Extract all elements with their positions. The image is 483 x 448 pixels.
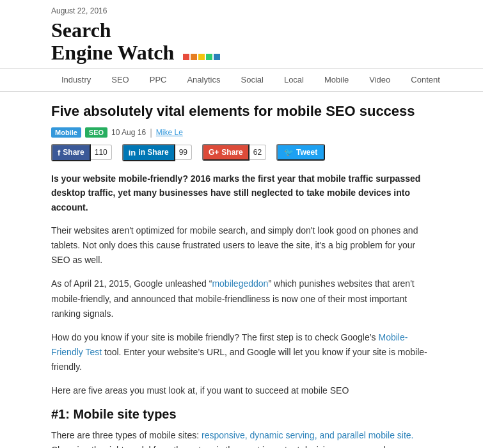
nav-item-ppc[interactable]: PPC	[139, 68, 177, 91]
nav-item-local[interactable]: Local	[274, 68, 314, 91]
linkedin-share-button[interactable]: in in Share	[122, 144, 175, 161]
social-share-row: f Share 110 in in Share 99 G+ Share 62	[51, 144, 432, 161]
separator: |	[150, 127, 152, 138]
tweet-button[interactable]: 🐦 Tweet	[276, 144, 325, 161]
article-paragraph-4: Here are five areas you must look at, if…	[51, 383, 432, 398]
mobile-site-types-link[interactable]: responsive, dynamic serving, and paralle…	[202, 430, 414, 440]
tweet-label: Tweet	[296, 148, 317, 157]
nav-item-content[interactable]: Content	[400, 68, 450, 91]
article-paragraph-5: There are three types of mobile sites: r…	[51, 428, 432, 448]
linkedin-share-count: 99	[175, 145, 192, 160]
article-paragraph-2: As of April 21, 2015, Google unleashed “…	[51, 276, 432, 321]
site-logo: Search Engine Watch	[51, 19, 174, 64]
linkedin-icon: in	[129, 148, 136, 157]
author-link[interactable]: Mike Le	[156, 128, 183, 137]
nav-item-industry[interactable]: Industry	[51, 68, 101, 91]
article-lead-paragraph: Is your website mobile-friendly? 2016 ma…	[51, 172, 432, 214]
in-share-group: in in Share 99	[122, 144, 192, 161]
fb-share-label: Share	[63, 148, 84, 157]
article-paragraph-1: Their websites aren't optimized for mobi…	[51, 223, 432, 268]
article-date: August 22, 2016	[51, 6, 432, 15]
gplus-share-label: Share	[221, 148, 242, 157]
fb-share-button[interactable]: f Share	[51, 144, 91, 161]
nav-item-seo[interactable]: SEO	[101, 68, 139, 91]
gplus-share-count: 62	[249, 145, 266, 160]
nav-item-video[interactable]: Video	[359, 68, 400, 91]
logo-color-squares	[183, 54, 220, 60]
fb-share-count: 110	[91, 145, 112, 160]
tweet-group: 🐦 Tweet	[276, 144, 325, 161]
tag-mobile: Mobile	[51, 127, 81, 138]
fb-icon: f	[58, 148, 60, 157]
linkedin-share-label: in Share	[138, 148, 168, 157]
twitter-icon: 🐦	[284, 148, 294, 157]
article-title: Five absolutely vital elements for mobil…	[51, 102, 432, 121]
tag-seo: SEO	[85, 127, 107, 138]
fb-share-group: f Share 110	[51, 144, 112, 161]
tags-row: Mobile SEO 10 Aug 16 | Mike Le	[51, 127, 432, 138]
nav-item-social[interactable]: Social	[230, 68, 273, 91]
gplus-share-button[interactable]: G+ Share	[202, 144, 249, 161]
section-1-heading: #1: Mobile site types	[51, 407, 432, 422]
mobilegeddon-link[interactable]: mobilegeddon	[212, 278, 268, 289]
gplus-share-group: G+ Share 62	[202, 144, 266, 161]
nav-item-analytics[interactable]: Analytics	[177, 68, 230, 91]
article-publish-date: 10 Aug 16	[111, 128, 146, 137]
gplus-icon: G+	[209, 148, 219, 157]
article-paragraph-3: How do you know if your site is mobile f…	[51, 330, 432, 374]
main-nav: Industry SEO PPC Analytics Social Local …	[0, 68, 483, 92]
nav-item-mobile[interactable]: Mobile	[314, 68, 359, 91]
